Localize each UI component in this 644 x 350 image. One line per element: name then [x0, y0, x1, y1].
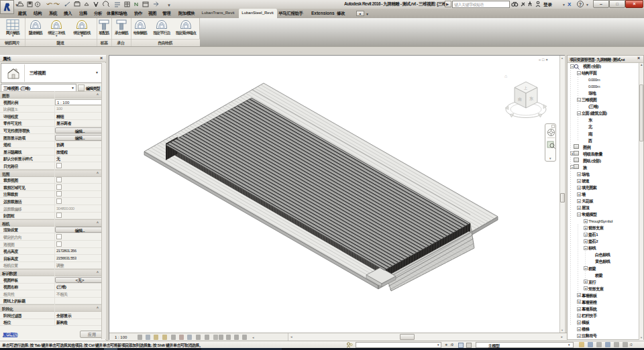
svg-text:南: 南: [517, 97, 522, 102]
svg-text:东: 东: [529, 96, 533, 101]
svg-text:上: 上: [523, 86, 527, 90]
